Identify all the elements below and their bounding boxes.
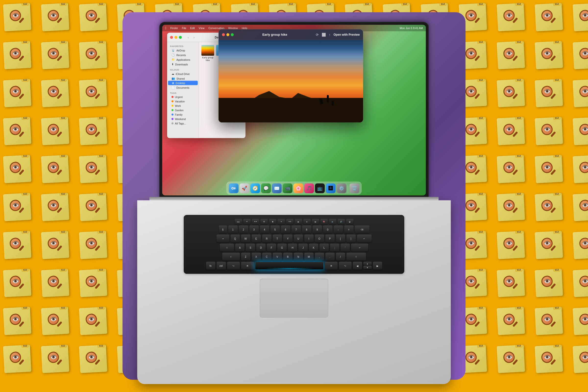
dock-icon-launchpad[interactable]: 🚀 [240,184,250,193]
preview-zoom-button[interactable] [231,33,234,36]
key-minus[interactable]: - [334,226,343,234]
key-b[interactable]: B [283,253,292,261]
key-bracket-r[interactable]: ] [346,235,356,242]
key-quote[interactable]: ' [340,244,350,252]
key-section[interactable]: § [219,226,227,234]
key-l[interactable]: L [320,244,329,252]
key-shift-right[interactable]: ⇧ [346,253,366,261]
key-v[interactable]: V [273,253,282,261]
key-slash[interactable]: / [336,253,345,261]
key-f5[interactable]: ☀ [278,219,285,224]
sidebar-tag-vacation[interactable]: Vacation [168,99,198,104]
dock-icon-settings[interactable]: ⚙️ [337,184,346,193]
sidebar-item-applications[interactable]: 📁 Applications [168,57,198,62]
dock-icon-music[interactable]: 🎵 [304,184,314,193]
key-f9[interactable]: ⏭ [312,219,319,224]
key-option-left[interactable]: ⌥ [227,262,240,270]
key-m[interactable]: M [304,253,314,261]
sidebar-item-documents[interactable]: 📄 Documents [168,85,198,90]
close-button[interactable] [170,36,173,39]
preview-crop-icon[interactable]: ⬜ [322,32,326,36]
key-ctrl[interactable]: ctrl [216,262,226,270]
sidebar-tag-family[interactable]: Family [168,112,198,117]
key-e[interactable]: E [252,235,261,242]
key-fn[interactable]: fn [206,262,215,270]
dock-icon-safari[interactable]: 🧭 [250,184,260,193]
preview-nav-icon[interactable]: ⟳ [316,32,319,36]
key-h[interactable]: H [288,244,297,252]
key-backspace[interactable]: ⌫ [355,226,370,234]
key-t[interactable]: T [273,235,282,242]
key-arrow-left[interactable]: ◀ [353,262,362,270]
sidebar-item-icloud[interactable]: ☁ iCloud Drive [168,72,198,76]
menu-edit[interactable]: Edit [190,27,195,30]
preview-minimize-button[interactable] [226,33,229,36]
dock-icon-appstore[interactable]: 🅰 [326,184,336,193]
sidebar-tag-urgent[interactable]: Urgent [168,95,198,99]
menu-file[interactable]: File [182,27,186,30]
key-3[interactable]: 3 [250,226,259,234]
key-f[interactable]: F [267,244,276,252]
key-f11[interactable]: 🔉 [329,219,336,224]
sidebar-tag-garden[interactable]: Garden [168,108,198,112]
key-z[interactable]: Z [241,253,250,261]
key-o[interactable]: O [315,235,324,242]
key-2[interactable]: 2 [239,226,248,234]
key-f1[interactable]: ✦ [243,219,251,224]
sidebar-item-desktop[interactable]: 🖥 Desktop [168,81,198,85]
touchpad[interactable] [260,279,328,318]
key-q[interactable]: Q [230,235,240,242]
dock-icon-mail[interactable]: ✉️ [272,184,282,193]
dock-icon-photos[interactable]: 🌸 [294,184,303,193]
key-c[interactable]: C [262,253,272,261]
preview-close-button[interactable] [222,33,225,36]
key-j[interactable]: J [298,244,308,252]
key-n[interactable]: N [294,253,303,261]
dock-icon-appletv[interactable]: 📺 [315,184,325,193]
key-g[interactable]: G [277,244,287,252]
key-i[interactable]: I [304,235,314,242]
key-f7[interactable]: ⏮ [295,219,302,224]
key-6[interactable]: 6 [281,226,290,234]
key-bracket-l[interactable]: [ [336,235,345,242]
sidebar-tag-work[interactable]: Work [168,104,198,108]
key-p[interactable]: P [325,235,335,242]
sidebar-item-downloads[interactable]: ⬇ Downloads [168,62,198,67]
key-power[interactable]: ⏻ [346,219,354,224]
key-equals[interactable]: = [344,226,354,234]
minimize-button[interactable] [174,36,178,39]
key-arrow-right[interactable]: ▶ [373,262,382,270]
back-button[interactable]: ‹ [186,35,190,40]
dock-icon-finder[interactable] [229,184,239,193]
key-7[interactable]: 7 [292,226,301,234]
key-x[interactable]: X [252,253,261,261]
key-semicolon[interactable]: ; [330,244,339,252]
menu-finder[interactable]: Finder [170,27,178,30]
key-cmd-right[interactable]: ⌘ [325,262,338,270]
key-f3[interactable]: ⊞ [260,219,268,224]
maximize-button[interactable] [179,36,182,39]
key-comma[interactable]: , [315,253,324,261]
key-d[interactable]: D [256,244,266,252]
sidebar-tag-weekend[interactable]: Weekend [168,117,198,121]
key-f2[interactable]: ✦✦ [252,219,259,224]
dock-icon-messages[interactable]: 💬 [261,184,271,193]
open-with-preview-button[interactable]: Open with Preview [334,33,360,36]
key-tab[interactable]: ⇥ [216,235,229,242]
key-option-right[interactable]: ⌥ [339,262,352,270]
key-enter-2[interactable]: ↵ [351,244,368,252]
key-f8[interactable]: ⏸ [303,219,311,224]
key-k[interactable]: K [309,244,318,252]
key-cmd-left[interactable]: ⌘ [241,262,254,270]
menu-view[interactable]: View [199,27,204,30]
key-f6[interactable]: ☀☀ [286,219,294,224]
key-f10[interactable]: 🔇 [320,219,328,224]
key-s[interactable]: S [246,244,255,252]
key-arrow-up[interactable]: ▲ [363,262,372,265]
key-return[interactable]: ↵ [357,235,372,242]
key-u[interactable]: U [294,235,303,242]
preview-share-icon[interactable]: ↑ [329,32,330,36]
key-1[interactable]: 1 [228,226,238,234]
key-shift-left[interactable]: ⇧ [222,253,240,261]
forward-button[interactable]: › [192,35,196,40]
